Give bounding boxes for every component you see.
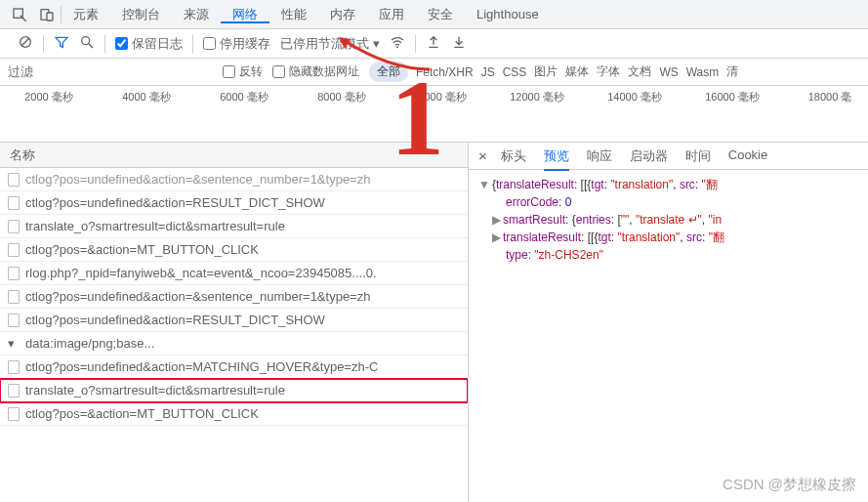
filter-type[interactable]: Fetch/XHR	[416, 65, 474, 79]
preview-content[interactable]: ▼{translateResult: [[{tgt: "translation"…	[469, 170, 868, 270]
document-icon	[8, 384, 20, 397]
close-icon[interactable]: ×	[478, 147, 487, 164]
request-name: translate_o?smartresult=dict&smartresult…	[25, 219, 285, 233]
download-icon[interactable]	[451, 34, 467, 53]
details-tabs: × 标头预览响应启动器时间Cookie	[469, 143, 868, 170]
image-icon: ▾	[8, 336, 20, 351]
request-row[interactable]: ▾data:image/png;base...	[0, 332, 468, 356]
request-row[interactable]: ctlog?pos=undefined&action=MATCHING_HOVE…	[0, 356, 468, 379]
filter-type[interactable]: 图片	[534, 63, 558, 80]
devtools-tabs: 元素控制台来源网络性能内存应用安全Lighthouse	[0, 0, 868, 29]
tab-安全[interactable]: 安全	[416, 7, 465, 21]
hide-data-urls-checkbox[interactable]: 隐藏数据网址	[272, 63, 359, 80]
divider	[104, 35, 105, 53]
details-tab[interactable]: 标头	[501, 147, 526, 165]
details-tab[interactable]: 时间	[685, 147, 711, 165]
request-row[interactable]: translate_o?smartresult=dict&smartresult…	[0, 379, 468, 402]
disable-cache-checkbox[interactable]: 停用缓存	[203, 35, 270, 53]
document-icon	[8, 290, 20, 304]
request-row[interactable]: ctlog?pos=undefined&action=&sentence_num…	[0, 285, 468, 309]
filter-type[interactable]: WS	[659, 65, 678, 79]
tab-控制台[interactable]: 控制台	[110, 7, 172, 21]
request-list-panel: 名称 ctlog?pos=undefined&action=&sentence_…	[0, 143, 469, 502]
tab-Lighthouse[interactable]: Lighthouse	[465, 7, 551, 21]
invert-checkbox[interactable]: 反转	[223, 63, 263, 80]
preserve-log-checkbox[interactable]: 保留日志	[115, 35, 183, 53]
details-tab[interactable]: 响应	[587, 147, 612, 165]
details-panel: × 标头预览响应启动器时间Cookie ▼{translateResult: […	[469, 143, 868, 502]
request-row[interactable]: rlog.php?_npid=fanyiweb&_ncat=event&_nco…	[0, 262, 468, 285]
document-icon	[8, 314, 20, 327]
request-row[interactable]: ctlog?pos=undefined&action=RESULT_DICT_S…	[0, 309, 468, 332]
timeline-tick: 2000 毫秒	[0, 90, 98, 105]
svg-point-7	[396, 46, 398, 48]
document-icon	[8, 407, 20, 421]
timeline-tick: 14000 毫秒	[586, 90, 683, 105]
svg-line-4	[21, 38, 29, 46]
tab-性能[interactable]: 性能	[269, 7, 318, 21]
request-name: ctlog?pos=&action=MT_BUTTON_CLICK	[25, 242, 259, 257]
network-toolbar: 保留日志 停用缓存 已停用节流模式 ▾	[0, 29, 868, 59]
timeline[interactable]: 2000 毫秒4000 毫秒6000 毫秒8000 毫秒10000 毫秒1200…	[0, 86, 868, 143]
filter-type[interactable]: 清	[726, 63, 738, 80]
divider	[192, 35, 193, 53]
clear-icon[interactable]	[18, 34, 33, 53]
timeline-tick: 12000 毫秒	[488, 90, 586, 105]
filter-bar: 反转 隐藏数据网址 全部Fetch/XHRJSCSS图片媒体字体文档WSWasm…	[0, 59, 868, 86]
request-name: ctlog?pos=undefined&action=RESULT_DICT_S…	[25, 195, 325, 210]
preserve-log-label: 保留日志	[132, 35, 183, 53]
tab-元素[interactable]: 元素	[62, 7, 110, 21]
request-row[interactable]: translate_o?smartresult=dict&smartresult…	[0, 215, 468, 238]
tab-应用[interactable]: 应用	[367, 7, 416, 21]
throttle-select[interactable]: 已停用节流模式 ▾	[280, 35, 380, 53]
request-name: ctlog?pos=undefined&action=MATCHING_HOVE…	[25, 359, 378, 374]
svg-line-6	[89, 44, 93, 48]
tab-内存[interactable]: 内存	[318, 7, 367, 21]
details-tab[interactable]: 启动器	[630, 147, 668, 165]
timeline-tick: 16000 毫秒	[683, 90, 781, 105]
filter-type[interactable]: JS	[481, 65, 495, 79]
timeline-tick: 18000 毫	[781, 90, 868, 105]
svg-point-5	[82, 37, 90, 45]
filter-type[interactable]: 媒体	[565, 63, 589, 80]
divider	[415, 35, 416, 53]
document-icon	[8, 220, 20, 233]
request-name: translate_o?smartresult=dict&smartresult…	[25, 383, 285, 397]
column-header-name[interactable]: 名称	[0, 143, 468, 168]
watermark: CSDN @梦想橡皮擦	[723, 476, 856, 494]
filter-input[interactable]	[8, 64, 213, 79]
request-name: ctlog?pos=&action=MT_BUTTON_CLICK	[25, 406, 259, 421]
svg-rect-2	[47, 13, 53, 21]
request-row[interactable]: ctlog?pos=undefined&action=&sentence_num…	[0, 168, 468, 191]
timeline-tick: 6000 毫秒	[195, 90, 293, 105]
request-name: rlog.php?_npid=fanyiweb&_ncat=event&_nco…	[25, 266, 377, 280]
filter-icon[interactable]	[54, 34, 69, 53]
details-tab[interactable]: Cookie	[728, 147, 767, 165]
request-name: data:image/png;base...	[25, 336, 154, 351]
device-toggle-icon[interactable]	[33, 7, 61, 22]
request-row[interactable]: ctlog?pos=&action=MT_BUTTON_CLICK	[0, 238, 468, 262]
request-row[interactable]: ctlog?pos=&action=MT_BUTTON_CLICK	[0, 402, 468, 426]
disable-cache-label: 停用缓存	[220, 35, 270, 53]
document-icon	[8, 243, 20, 257]
divider	[43, 35, 44, 53]
timeline-tick: 10000 毫秒	[391, 90, 488, 105]
filter-type[interactable]: Wasm	[686, 65, 720, 79]
timeline-tick: 8000 毫秒	[293, 90, 391, 105]
document-icon	[8, 173, 20, 187]
tab-网络[interactable]: 网络	[221, 7, 269, 23]
request-name: ctlog?pos=undefined&action=RESULT_DICT_S…	[25, 313, 325, 327]
network-conditions-icon[interactable]	[390, 34, 405, 53]
filter-type[interactable]: 全部	[369, 62, 408, 82]
filter-type[interactable]: 文档	[628, 63, 651, 80]
filter-type[interactable]: 字体	[597, 63, 620, 80]
filter-type[interactable]: CSS	[503, 65, 527, 79]
tab-来源[interactable]: 来源	[172, 7, 221, 21]
search-icon[interactable]	[79, 34, 95, 53]
document-icon	[8, 360, 20, 374]
request-row[interactable]: ctlog?pos=undefined&action=RESULT_DICT_S…	[0, 191, 468, 215]
inspect-icon[interactable]	[6, 7, 33, 22]
document-icon	[8, 267, 20, 280]
details-tab[interactable]: 预览	[544, 147, 569, 171]
upload-icon[interactable]	[426, 34, 441, 53]
